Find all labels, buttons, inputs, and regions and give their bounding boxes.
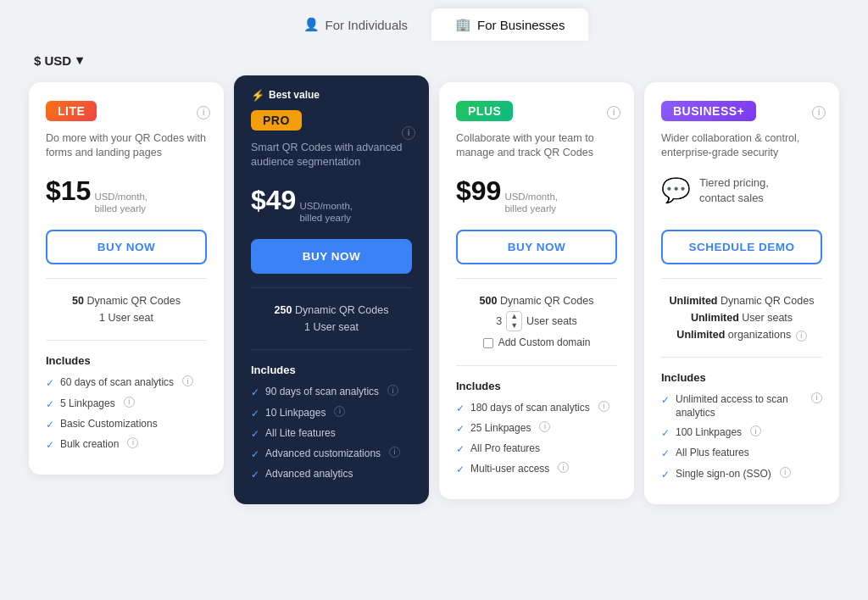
orgs-info-icon[interactable]: i [796, 331, 807, 342]
business-demo-button[interactable]: SCHEDULE DEMO [661, 230, 822, 264]
business-qr-label: Dynamic QR Codes [721, 295, 814, 307]
plus-qr-label: Dynamic QR Codes [500, 295, 593, 307]
business-seats-label: User seats [742, 312, 793, 324]
feat-info-icon[interactable]: i [780, 467, 791, 478]
feat-info-icon[interactable]: i [750, 425, 761, 436]
check-icon: ✓ [661, 447, 670, 460]
check-icon: ✓ [251, 468, 259, 481]
feat-info-icon[interactable]: i [811, 392, 822, 403]
pro-badge: PRO [251, 110, 302, 131]
feature-text: 5 Linkpages [60, 397, 115, 410]
feature-text: Bulk creation [60, 437, 119, 451]
list-item: ✓ Single sign-on (SSO) i [661, 467, 822, 481]
feature-text: Basic Customizations [60, 417, 158, 431]
best-value-label: Best value [269, 89, 320, 101]
list-item: ✓ Multi-user access i [456, 462, 617, 476]
tab-businesses[interactable]: 🏢 For Businesses [431, 8, 588, 41]
custom-domain-row: Add Custom domain [456, 335, 617, 351]
list-item: ✓ Unlimited access to scan analytics i [661, 392, 822, 419]
business-icon: 🏢 [455, 17, 471, 32]
pro-info-icon[interactable]: i [402, 126, 415, 140]
pro-price-row: $49 USD/month,billed yearly [251, 185, 412, 225]
plan-pro: ⚡ Best value PRO i Smart QR Codes with a… [234, 75, 429, 505]
business-unlimited-orgs: Unlimited [676, 329, 725, 341]
lite-description: Do more with your QR Codes with forms an… [46, 131, 207, 164]
list-item: ✓ Basic Customizations [46, 417, 207, 431]
plus-price-row: $99 USD/month,billed yearly [456, 175, 617, 216]
lite-seats-count: 1 [99, 312, 105, 324]
list-item: ✓ 100 Linkpages i [661, 425, 822, 440]
plan-lite: LITE i Do more with your QR Codes with f… [29, 82, 224, 475]
plus-buy-button[interactable]: BUY NOW [456, 230, 617, 264]
feature-text: All Pro features [470, 442, 540, 455]
business-qr-count: Unlimited [670, 295, 718, 307]
list-item: ✓ 5 Linkpages i [46, 397, 207, 411]
lite-seats-label: User seat [108, 312, 153, 324]
lite-info-icon[interactable]: i [197, 106, 210, 119]
feat-info-icon[interactable]: i [387, 385, 398, 396]
pro-buy-button[interactable]: BUY NOW [251, 239, 412, 274]
plus-price: $99 [456, 175, 501, 207]
pro-seats-label: User seat [313, 321, 359, 333]
pro-qr-info: 250 Dynamic QR Codes 1 User seat [251, 302, 412, 336]
lite-price: $15 [46, 175, 91, 207]
pro-price: $49 [251, 185, 296, 216]
feature-text: 25 Linkpages [470, 421, 531, 435]
tiered-pricing-row: 💬 Tiered pricing,contact sales [661, 175, 822, 206]
stepper-up[interactable]: ▲ [507, 312, 521, 321]
pro-description: Smart QR Codes with advanced audience se… [251, 141, 412, 173]
list-item: ✓ Advanced customizations i [251, 447, 412, 461]
plan-plus: PLUS i Collaborate with your team to man… [439, 82, 634, 500]
check-icon: ✓ [46, 438, 54, 452]
plus-description: Collaborate with your team to manage and… [456, 131, 617, 164]
check-icon: ✓ [661, 468, 670, 481]
check-icon: ✓ [251, 407, 259, 420]
plus-info-icon[interactable]: i [607, 106, 620, 119]
lite-qr-info: 50 Dynamic QR Codes 1 User seat [46, 292, 207, 326]
currency-label: $ USD [34, 53, 71, 68]
currency-selector[interactable]: $ USD ▾ [34, 53, 83, 68]
feat-info-icon[interactable]: i [389, 447, 400, 458]
feature-text: All Plus features [676, 446, 749, 459]
feat-info-icon[interactable]: i [539, 421, 550, 432]
plus-seats-row: 3 ▲ ▼ User seats [456, 311, 617, 331]
list-item: ✓ 180 days of scan analytics i [456, 401, 617, 415]
currency-row: $ USD ▾ [0, 41, 868, 75]
list-item: ✓ Advanced analytics [251, 467, 412, 481]
feat-info-icon[interactable]: i [598, 401, 609, 412]
chat-icon: 💬 [661, 176, 691, 204]
lite-price-sub: USD/month,billed yearly [94, 191, 147, 216]
plus-badge: PLUS [456, 101, 513, 121]
pro-price-sub: USD/month,billed yearly [299, 200, 353, 225]
lite-qr-count: 50 [72, 295, 84, 307]
feature-text: Advanced analytics [265, 467, 353, 481]
business-feature-list: ✓ Unlimited access to scan analytics i ✓… [661, 392, 822, 481]
lite-buy-button[interactable]: BUY NOW [46, 230, 207, 264]
feat-info-icon[interactable]: i [334, 406, 345, 417]
stepper-down[interactable]: ▼ [507, 321, 521, 331]
list-item: ✓ Bulk creation i [46, 437, 207, 452]
check-icon: ✓ [456, 402, 465, 415]
tab-individuals[interactable]: 👤 For Individuals [280, 8, 432, 41]
check-icon: ✓ [456, 422, 465, 436]
feat-info-icon[interactable]: i [127, 437, 138, 448]
check-icon: ✓ [251, 447, 259, 461]
plan-business: BUSINESS+ i Wider collaboration & contro… [644, 82, 839, 504]
feature-text: Single sign-on (SSO) [676, 467, 771, 481]
feat-info-icon[interactable]: i [558, 462, 569, 473]
custom-domain-checkbox[interactable] [483, 338, 493, 348]
list-item: ✓ All Pro features [456, 442, 617, 456]
lite-feature-list: ✓ 60 days of scan analytics i ✓ 5 Linkpa… [46, 375, 207, 452]
seats-stepper[interactable]: ▲ ▼ [506, 311, 522, 331]
business-unlimited-seats: Unlimited [691, 312, 739, 324]
business-info-icon[interactable]: i [812, 106, 826, 119]
check-icon: ✓ [661, 426, 670, 440]
tabs-bar: 👤 For Individuals 🏢 For Businesses [0, 0, 868, 41]
check-icon: ✓ [46, 376, 54, 390]
business-includes-title: Includes [661, 371, 822, 384]
feature-text: 60 days of scan analytics [60, 375, 174, 389]
feat-info-icon[interactable]: i [124, 397, 135, 408]
lite-price-row: $15 USD/month,billed yearly [46, 175, 207, 216]
feat-info-icon[interactable]: i [182, 375, 193, 386]
feature-text: 10 Linkpages [265, 406, 326, 419]
